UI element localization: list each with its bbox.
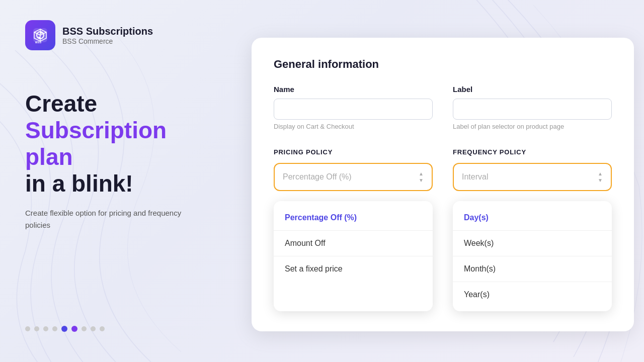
svg-text:BSS: BSS [35, 41, 41, 44]
label-input[interactable] [453, 99, 612, 120]
frequency-select[interactable]: Interval ▲ ▼ [453, 163, 612, 191]
dot-8[interactable] [91, 326, 96, 331]
dropdowns-row: Percentage Off (%) Amount Off Set a fixe… [274, 201, 612, 311]
divider-1 [274, 230, 433, 231]
left-panel: BSS BSS Subscriptions BSS Commerce Creat… [0, 0, 242, 362]
frequency-dropdown: Day(s) Week(s) Month(s) Year(s) [453, 201, 612, 311]
pricing-option-percentage[interactable]: Percentage Off (%) [274, 206, 433, 229]
arrow-down-icon-freq: ▼ [598, 177, 603, 183]
hero-line2: Subscription plan [25, 117, 167, 170]
pricing-policy-heading: PRICING POLICY [274, 148, 433, 156]
hero-section: Create Subscription plan in a blink! Cre… [25, 90, 216, 326]
label-label: Label [453, 85, 612, 94]
arrow-down-icon: ▼ [419, 177, 424, 183]
logo-text: BSS Subscriptions BSS Commerce [62, 26, 153, 45]
name-input[interactable] [274, 99, 433, 120]
hero-heading: Create Subscription plan in a blink! [25, 90, 216, 197]
arrow-up-icon: ▲ [419, 171, 424, 176]
name-hint: Display on Cart & Checkout [274, 123, 433, 130]
dot-1[interactable] [25, 326, 30, 331]
logo-icon: BSS [25, 20, 55, 50]
frequency-option-weeks[interactable]: Week(s) [453, 232, 612, 255]
hero-line1: Create [25, 90, 97, 117]
pagination [25, 326, 216, 342]
frequency-select-arrows: ▲ ▼ [598, 171, 603, 183]
pricing-dropdown: Percentage Off (%) Amount Off Set a fixe… [274, 201, 433, 311]
arrow-up-icon-freq: ▲ [598, 171, 603, 176]
name-field-group: Name Display on Cart & Checkout [274, 85, 433, 130]
dot-2[interactable] [34, 326, 39, 331]
divider-4 [453, 256, 612, 256]
main-card: General information Name Display on Cart… [252, 38, 634, 331]
policies-row: PRICING POLICY Percentage Off (%) ▲ ▼ FR… [274, 148, 612, 191]
app-subtitle: BSS Commerce [62, 37, 153, 45]
pricing-option-amount[interactable]: Amount Off [274, 232, 433, 255]
pricing-select[interactable]: Percentage Off (%) ▲ ▼ [274, 163, 433, 191]
frequency-policy-section: FREQUENCY POLICY Interval ▲ ▼ [453, 148, 612, 191]
frequency-option-months[interactable]: Month(s) [453, 257, 612, 281]
hero-line3: in a blink! [25, 170, 133, 197]
label-hint: Label of plan selector on product page [453, 123, 612, 130]
label-field-group: Label Label of plan selector on product … [453, 85, 612, 130]
dot-7[interactable] [82, 326, 87, 331]
frequency-select-text: Interval [462, 172, 488, 182]
divider-5 [453, 282, 612, 282]
app-title: BSS Subscriptions [62, 26, 153, 37]
section-title: General information [274, 58, 612, 71]
logo-area: BSS BSS Subscriptions BSS Commerce [25, 20, 216, 50]
divider-3 [453, 230, 612, 231]
dot-9[interactable] [100, 326, 105, 331]
pricing-policy-section: PRICING POLICY Percentage Off (%) ▲ ▼ [274, 148, 433, 191]
divider-2 [274, 256, 433, 256]
dot-4[interactable] [52, 326, 57, 331]
frequency-option-days[interactable]: Day(s) [453, 206, 612, 229]
name-label: Name [274, 85, 433, 94]
dot-3[interactable] [43, 326, 48, 331]
pricing-option-fixed[interactable]: Set a fixed price [274, 257, 433, 281]
dot-5-active[interactable] [61, 326, 67, 332]
frequency-option-years[interactable]: Year(s) [453, 283, 612, 306]
pricing-select-arrows: ▲ ▼ [419, 171, 424, 183]
hero-subtext: Create flexible option for pricing and f… [25, 207, 186, 231]
frequency-policy-heading: FREQUENCY POLICY [453, 148, 612, 156]
pricing-select-text: Percentage Off (%) [283, 172, 352, 182]
fields-row: Name Display on Cart & Checkout Label La… [274, 85, 612, 130]
dot-6-active[interactable] [71, 326, 77, 332]
